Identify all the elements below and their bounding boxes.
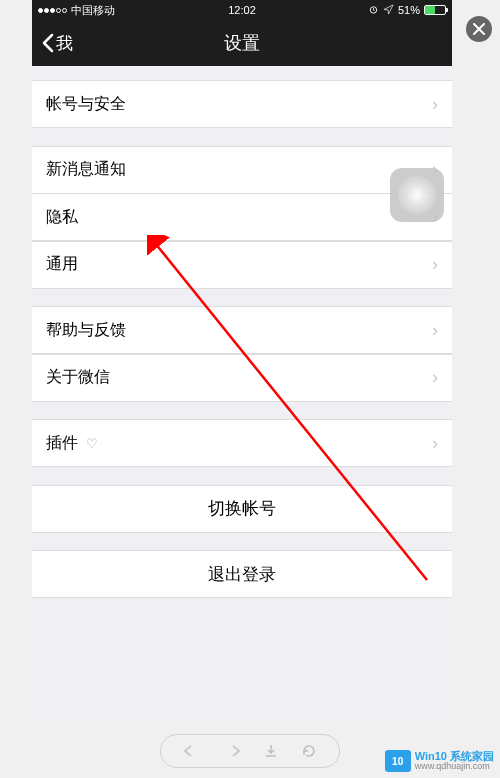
- list-item-help-feedback[interactable]: 帮助与反馈 ›: [32, 306, 452, 354]
- chevron-right-icon: ›: [432, 433, 438, 454]
- status-bar: 中国移动 12:02 51%: [32, 0, 452, 20]
- assistive-touch-icon: [398, 176, 436, 214]
- download-button[interactable]: [263, 743, 279, 759]
- list-item-label: 隐私: [46, 207, 432, 228]
- list-item-label: 关于微信: [46, 367, 432, 388]
- list-item-about[interactable]: 关于微信 ›: [32, 354, 452, 402]
- lightbulb-icon: ♡: [86, 436, 98, 451]
- settings-list: 帐号与安全 › 新消息通知 › 隐私 › 通用 › 帮助与反馈 ›: [32, 66, 452, 598]
- rotate-button[interactable]: [301, 743, 317, 759]
- alarm-icon: [368, 4, 379, 17]
- list-item-label: 帮助与反馈: [46, 320, 432, 341]
- list-item-plugins[interactable]: 插件 ♡ ›: [32, 419, 452, 467]
- chevron-right-icon: ›: [432, 254, 438, 275]
- back-button[interactable]: 我: [32, 32, 83, 55]
- watermark-logo: 10: [385, 750, 411, 772]
- chevron-left-icon: [42, 33, 54, 53]
- list-item-notifications[interactable]: 新消息通知 ›: [32, 146, 452, 194]
- list-item-label: 插件 ♡: [46, 433, 432, 454]
- navigation-bar: 我 设置: [32, 20, 452, 66]
- button-label: 切换帐号: [208, 497, 276, 520]
- chevron-right-icon: ›: [432, 320, 438, 341]
- next-button[interactable]: [223, 744, 241, 758]
- battery-icon: [424, 5, 446, 15]
- list-item-privacy[interactable]: 隐私 ›: [32, 193, 452, 241]
- chevron-right-icon: ›: [432, 94, 438, 115]
- back-label: 我: [56, 32, 73, 55]
- viewer-toolbar: [160, 734, 340, 768]
- watermark: 10 Win10 系统家园 www.qdhuajin.com: [385, 750, 494, 772]
- chevron-right-icon: ›: [432, 367, 438, 388]
- list-item-general[interactable]: 通用 ›: [32, 241, 452, 289]
- watermark-url: www.qdhuajin.com: [415, 762, 494, 772]
- logout-button[interactable]: 退出登录: [32, 550, 452, 598]
- list-item-label: 通用: [46, 254, 432, 275]
- page-title: 设置: [224, 31, 260, 55]
- close-button[interactable]: [466, 16, 492, 42]
- battery-percent: 51%: [398, 4, 420, 16]
- assistive-touch-button[interactable]: [390, 168, 444, 222]
- button-label: 退出登录: [208, 563, 276, 586]
- carrier-label: 中国移动: [71, 3, 115, 18]
- signal-strength-icon: [38, 8, 67, 13]
- switch-account-button[interactable]: 切换帐号: [32, 485, 452, 533]
- location-icon: [383, 4, 394, 17]
- list-item-label: 帐号与安全: [46, 94, 432, 115]
- list-item-label: 新消息通知: [46, 159, 432, 180]
- prev-button[interactable]: [183, 744, 201, 758]
- phone-screen: 中国移动 12:02 51% 我 设置 帐号与安全 ›: [32, 0, 452, 720]
- clock: 12:02: [228, 4, 256, 16]
- list-item-account-security[interactable]: 帐号与安全 ›: [32, 80, 452, 128]
